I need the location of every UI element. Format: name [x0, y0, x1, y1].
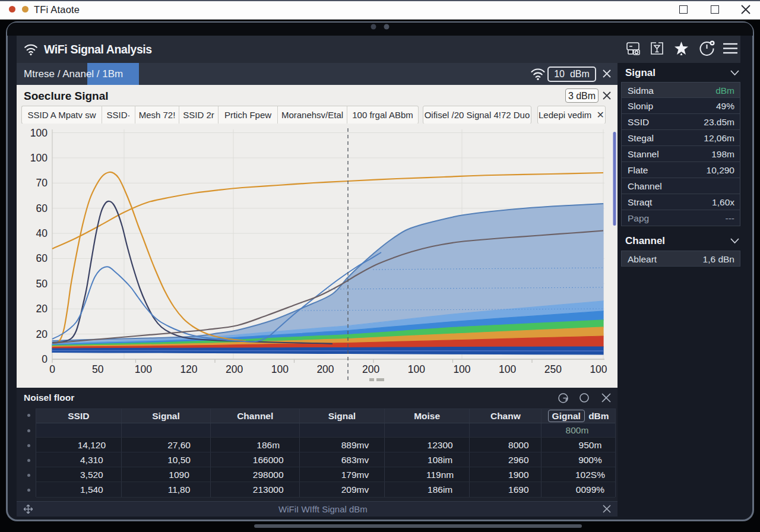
svg-text:60: 60 [36, 252, 48, 264]
svg-text:100: 100 [271, 363, 289, 375]
svg-text:20: 20 [36, 328, 48, 340]
svg-text:100: 100 [30, 127, 48, 139]
svg-text:120: 120 [180, 363, 197, 375]
svg-text:200: 200 [362, 363, 379, 375]
svg-text:60: 60 [36, 202, 48, 214]
svg-text:100: 100 [408, 363, 425, 375]
svg-text:100: 100 [30, 152, 48, 164]
svg-text:200: 200 [316, 363, 334, 375]
svg-text:200: 200 [226, 363, 243, 375]
svg-text:100: 100 [499, 363, 516, 375]
svg-text:20: 20 [36, 303, 48, 315]
svg-text:0: 0 [42, 353, 48, 365]
svg-text:100: 100 [453, 363, 470, 375]
svg-text:50: 50 [36, 278, 48, 290]
svg-text:70: 70 [36, 177, 48, 189]
svg-text:50: 50 [92, 363, 104, 375]
svg-text:0: 0 [49, 363, 55, 375]
svg-text:100: 100 [135, 363, 152, 375]
svg-text:250: 250 [544, 363, 562, 375]
svg-text:40: 40 [36, 227, 48, 239]
svg-text:100: 100 [590, 363, 607, 375]
